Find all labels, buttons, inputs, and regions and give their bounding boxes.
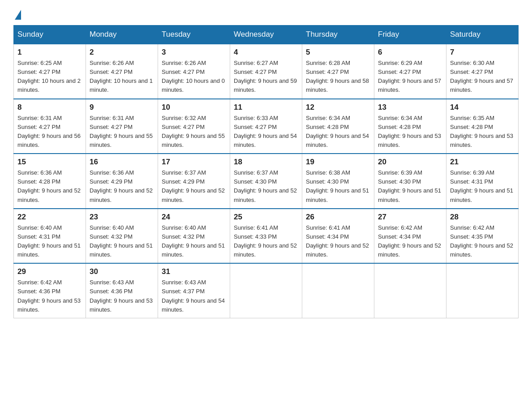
calendar-cell: 13 Sunrise: 6:34 AM Sunset: 4:28 PM Dayl… bbox=[374, 99, 446, 154]
day-number: 22 bbox=[17, 213, 82, 222]
day-info: Sunrise: 6:41 AM Sunset: 4:33 PM Dayligh… bbox=[234, 223, 298, 260]
day-info: Sunrise: 6:40 AM Sunset: 4:32 PM Dayligh… bbox=[90, 223, 154, 260]
day-info: Sunrise: 6:28 AM Sunset: 4:27 PM Dayligh… bbox=[306, 59, 370, 95]
calendar-cell: 18 Sunrise: 6:37 AM Sunset: 4:30 PM Dayl… bbox=[230, 154, 302, 209]
calendar-cell: 19 Sunrise: 6:38 AM Sunset: 4:30 PM Dayl… bbox=[302, 154, 374, 209]
day-info: Sunrise: 6:30 AM Sunset: 4:27 PM Dayligh… bbox=[450, 59, 515, 95]
calendar-cell: 26 Sunrise: 6:41 AM Sunset: 4:34 PM Dayl… bbox=[302, 209, 374, 264]
day-number: 9 bbox=[90, 103, 154, 112]
day-info: Sunrise: 6:27 AM Sunset: 4:27 PM Dayligh… bbox=[234, 59, 298, 95]
day-info: Sunrise: 6:41 AM Sunset: 4:34 PM Dayligh… bbox=[306, 223, 370, 260]
calendar-week-row: 1 Sunrise: 6:25 AM Sunset: 4:27 PM Dayli… bbox=[14, 44, 519, 99]
calendar-header-tuesday: Tuesday bbox=[158, 26, 230, 44]
day-number: 23 bbox=[90, 213, 154, 222]
calendar-cell: 27 Sunrise: 6:42 AM Sunset: 4:34 PM Dayl… bbox=[374, 209, 446, 264]
calendar-cell: 25 Sunrise: 6:41 AM Sunset: 4:33 PM Dayl… bbox=[230, 209, 302, 264]
calendar-cell: 16 Sunrise: 6:36 AM Sunset: 4:29 PM Dayl… bbox=[86, 154, 158, 209]
day-number: 29 bbox=[17, 267, 82, 276]
calendar-header-row: SundayMondayTuesdayWednesdayThursdayFrid… bbox=[14, 26, 519, 44]
calendar-cell: 29 Sunrise: 6:42 AM Sunset: 4:36 PM Dayl… bbox=[14, 263, 86, 318]
day-number: 10 bbox=[162, 103, 226, 112]
calendar-cell: 22 Sunrise: 6:40 AM Sunset: 4:31 PM Dayl… bbox=[14, 209, 86, 264]
calendar-cell: 10 Sunrise: 6:32 AM Sunset: 4:27 PM Dayl… bbox=[158, 99, 230, 154]
calendar-cell: 6 Sunrise: 6:29 AM Sunset: 4:27 PM Dayli… bbox=[374, 44, 446, 99]
calendar-cell: 8 Sunrise: 6:31 AM Sunset: 4:27 PM Dayli… bbox=[14, 99, 86, 154]
day-info: Sunrise: 6:36 AM Sunset: 4:29 PM Dayligh… bbox=[90, 168, 154, 205]
day-number: 13 bbox=[378, 103, 442, 112]
day-info: Sunrise: 6:31 AM Sunset: 4:27 PM Dayligh… bbox=[90, 114, 154, 150]
calendar-cell: 12 Sunrise: 6:34 AM Sunset: 4:28 PM Dayl… bbox=[302, 99, 374, 154]
calendar-cell: 20 Sunrise: 6:39 AM Sunset: 4:30 PM Dayl… bbox=[374, 154, 446, 209]
calendar-table: SundayMondayTuesdayWednesdayThursdayFrid… bbox=[13, 25, 519, 318]
calendar-cell: 9 Sunrise: 6:31 AM Sunset: 4:27 PM Dayli… bbox=[86, 99, 158, 154]
calendar-cell: 7 Sunrise: 6:30 AM Sunset: 4:27 PM Dayli… bbox=[446, 44, 519, 99]
day-number: 15 bbox=[17, 158, 82, 167]
day-info: Sunrise: 6:34 AM Sunset: 4:28 PM Dayligh… bbox=[378, 114, 442, 150]
day-number: 24 bbox=[162, 213, 226, 222]
calendar-cell: 30 Sunrise: 6:43 AM Sunset: 4:36 PM Dayl… bbox=[86, 263, 158, 318]
calendar-cell: 1 Sunrise: 6:25 AM Sunset: 4:27 PM Dayli… bbox=[14, 44, 86, 99]
day-number: 18 bbox=[234, 158, 298, 167]
calendar-week-row: 22 Sunrise: 6:40 AM Sunset: 4:31 PM Dayl… bbox=[14, 209, 519, 264]
day-info: Sunrise: 6:32 AM Sunset: 4:27 PM Dayligh… bbox=[162, 114, 226, 150]
calendar-cell: 5 Sunrise: 6:28 AM Sunset: 4:27 PM Dayli… bbox=[302, 44, 374, 99]
calendar-cell: 11 Sunrise: 6:33 AM Sunset: 4:27 PM Dayl… bbox=[230, 99, 302, 154]
day-number: 28 bbox=[450, 213, 515, 222]
day-info: Sunrise: 6:42 AM Sunset: 4:35 PM Dayligh… bbox=[450, 223, 515, 260]
calendar-cell: 4 Sunrise: 6:27 AM Sunset: 4:27 PM Dayli… bbox=[230, 44, 302, 99]
calendar-cell: 3 Sunrise: 6:26 AM Sunset: 4:27 PM Dayli… bbox=[158, 44, 230, 99]
day-number: 6 bbox=[378, 48, 442, 57]
calendar-cell bbox=[230, 263, 302, 318]
calendar-week-row: 8 Sunrise: 6:31 AM Sunset: 4:27 PM Dayli… bbox=[14, 99, 519, 154]
calendar-cell: 17 Sunrise: 6:37 AM Sunset: 4:29 PM Dayl… bbox=[158, 154, 230, 209]
day-info: Sunrise: 6:43 AM Sunset: 4:37 PM Dayligh… bbox=[162, 278, 226, 314]
calendar-cell: 21 Sunrise: 6:39 AM Sunset: 4:31 PM Dayl… bbox=[446, 154, 519, 209]
calendar-cell: 23 Sunrise: 6:40 AM Sunset: 4:32 PM Dayl… bbox=[86, 209, 158, 264]
logo-triangle-icon bbox=[15, 10, 21, 20]
logo bbox=[13, 9, 21, 16]
day-info: Sunrise: 6:39 AM Sunset: 4:30 PM Dayligh… bbox=[378, 168, 442, 205]
day-info: Sunrise: 6:43 AM Sunset: 4:36 PM Dayligh… bbox=[90, 278, 154, 314]
calendar-cell bbox=[374, 263, 446, 318]
day-number: 27 bbox=[378, 213, 442, 222]
day-number: 19 bbox=[306, 158, 370, 167]
day-number: 14 bbox=[450, 103, 515, 112]
calendar-week-row: 15 Sunrise: 6:36 AM Sunset: 4:28 PM Dayl… bbox=[14, 154, 519, 209]
day-info: Sunrise: 6:42 AM Sunset: 4:34 PM Dayligh… bbox=[378, 223, 442, 260]
day-number: 2 bbox=[90, 48, 154, 57]
day-info: Sunrise: 6:34 AM Sunset: 4:28 PM Dayligh… bbox=[306, 114, 370, 150]
calendar-cell bbox=[446, 263, 519, 318]
calendar-cell: 31 Sunrise: 6:43 AM Sunset: 4:37 PM Dayl… bbox=[158, 263, 230, 318]
day-number: 16 bbox=[90, 158, 154, 167]
day-number: 25 bbox=[234, 213, 298, 222]
page-header bbox=[13, 9, 519, 16]
day-number: 20 bbox=[378, 158, 442, 167]
day-info: Sunrise: 6:40 AM Sunset: 4:32 PM Dayligh… bbox=[162, 223, 226, 260]
day-number: 30 bbox=[90, 267, 154, 276]
day-info: Sunrise: 6:26 AM Sunset: 4:27 PM Dayligh… bbox=[162, 59, 226, 95]
calendar-cell: 15 Sunrise: 6:36 AM Sunset: 4:28 PM Dayl… bbox=[14, 154, 86, 209]
day-info: Sunrise: 6:31 AM Sunset: 4:27 PM Dayligh… bbox=[17, 114, 82, 150]
day-number: 7 bbox=[450, 48, 515, 57]
day-number: 12 bbox=[306, 103, 370, 112]
day-info: Sunrise: 6:37 AM Sunset: 4:30 PM Dayligh… bbox=[234, 168, 298, 205]
day-info: Sunrise: 6:42 AM Sunset: 4:36 PM Dayligh… bbox=[17, 278, 82, 314]
calendar-header-sunday: Sunday bbox=[14, 26, 86, 44]
calendar-cell: 14 Sunrise: 6:35 AM Sunset: 4:28 PM Dayl… bbox=[446, 99, 519, 154]
day-info: Sunrise: 6:26 AM Sunset: 4:27 PM Dayligh… bbox=[90, 59, 154, 95]
calendar-header-friday: Friday bbox=[374, 26, 446, 44]
day-number: 4 bbox=[234, 48, 298, 57]
calendar-header-saturday: Saturday bbox=[446, 26, 519, 44]
day-info: Sunrise: 6:36 AM Sunset: 4:28 PM Dayligh… bbox=[17, 168, 82, 205]
day-info: Sunrise: 6:35 AM Sunset: 4:28 PM Dayligh… bbox=[450, 114, 515, 150]
calendar-header-thursday: Thursday bbox=[302, 26, 374, 44]
day-info: Sunrise: 6:40 AM Sunset: 4:31 PM Dayligh… bbox=[17, 223, 82, 260]
calendar-header-monday: Monday bbox=[86, 26, 158, 44]
calendar-cell bbox=[302, 263, 374, 318]
calendar-cell: 24 Sunrise: 6:40 AM Sunset: 4:32 PM Dayl… bbox=[158, 209, 230, 264]
day-number: 26 bbox=[306, 213, 370, 222]
day-number: 1 bbox=[17, 48, 82, 57]
calendar-week-row: 29 Sunrise: 6:42 AM Sunset: 4:36 PM Dayl… bbox=[14, 263, 519, 318]
day-number: 31 bbox=[162, 267, 226, 276]
day-info: Sunrise: 6:38 AM Sunset: 4:30 PM Dayligh… bbox=[306, 168, 370, 205]
